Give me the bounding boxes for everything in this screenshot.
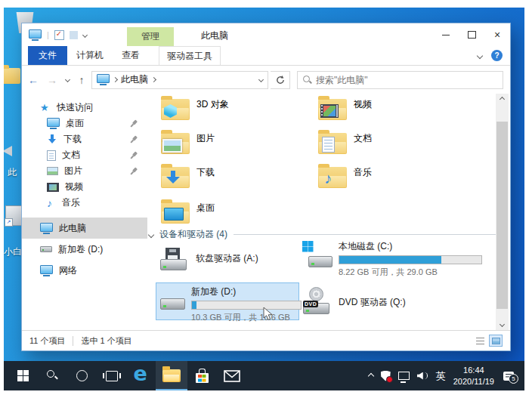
expand-ribbon-icon[interactable] — [477, 52, 483, 58]
drive-info: 本地磁盘 (C:)8.22 GB 可用，共 29.0 GB — [339, 240, 482, 278]
taskbar-search-button[interactable] — [38, 361, 67, 390]
drive-local-c[interactable]: 本地磁盘 (C:)8.22 GB 可用，共 29.0 GB — [302, 240, 482, 278]
computer-icon[interactable] — [29, 29, 42, 39]
drive-body-icon — [160, 298, 185, 310]
desktop-shortcut-icon[interactable]: ↗ — [5, 205, 23, 226]
recent-locations-chevron-icon[interactable] — [63, 71, 72, 89]
large-icons-view-button[interactable] — [489, 335, 503, 347]
taskbar-start-button[interactable] — [8, 361, 38, 390]
taskbar-mail-button[interactable] — [217, 361, 246, 390]
checkbox-icon[interactable] — [54, 30, 64, 40]
volume-tray-button[interactable] — [417, 372, 428, 381]
clock-time: 16:44 — [453, 365, 494, 375]
folder-videos[interactable]: 视频 — [318, 95, 469, 125]
sidebar-item-pictures[interactable]: 图片 — [22, 163, 147, 179]
vertical-scrollbar[interactable] — [496, 94, 509, 330]
taskbar-cortana-button[interactable] — [67, 361, 97, 390]
status-bar: 11 个项目 选中 1 个项目 — [22, 330, 510, 350]
breadcrumb[interactable]: 此电脑 — [121, 73, 148, 86]
scrollbar-thumb[interactable] — [496, 122, 508, 309]
action-center-button[interactable]: 5 — [503, 372, 514, 381]
blank-icon[interactable] — [70, 31, 78, 39]
sidebar-item-documents[interactable]: 文档 — [22, 147, 147, 163]
sidebar-item-downloads[interactable]: 下载 — [22, 131, 147, 147]
system-drive-icon — [302, 240, 334, 269]
titlebar: | 管理 此电脑 × — [22, 23, 510, 46]
taskbar-edge-button[interactable] — [126, 361, 156, 390]
drive-new-volume-d[interactable]: 新加卷 (D:)10.3 GB 可用，共 10.6 GB — [156, 282, 299, 320]
downloads-overlay-icon — [165, 171, 181, 186]
help-icon[interactable]: ? — [491, 50, 503, 61]
chevron-down-icon[interactable] — [82, 32, 88, 37]
forward-button[interactable]: → — [44, 71, 60, 89]
sidebar-item-music[interactable]: 音乐 — [22, 195, 147, 211]
system-tray: 英 16:44 2020/11/19 5 — [369, 361, 524, 390]
folder-pictures[interactable]: 图片 — [161, 129, 312, 159]
breadcrumb-chevron-icon[interactable] — [113, 77, 118, 82]
search-box[interactable] — [297, 71, 503, 89]
input-language-indicator[interactable]: 英 — [436, 369, 446, 383]
divider: | — [47, 30, 49, 39]
sidebar-item-new-volume-d[interactable]: 新加卷 (D:) — [22, 239, 147, 260]
network-tray-button[interactable] — [398, 372, 410, 380]
clock[interactable]: 16:44 2020/11/19 — [453, 365, 494, 387]
address-dropdown-icon[interactable] — [258, 77, 264, 82]
desktop-folder-icon[interactable] — [4, 68, 20, 84]
sidebar-item-quick-access[interactable]: 快速访问 — [22, 100, 147, 116]
sidebar-item-network[interactable]: 网络 — [22, 260, 147, 281]
close-button[interactable]: × — [484, 23, 510, 46]
sidebar-item-desktop[interactable]: 桌面 — [22, 116, 147, 131]
group-header[interactable]: 设备和驱动器 (4) — [149, 228, 504, 241]
sidebar: 快速访问桌面下载文档图片视频音乐此电脑新加卷 (D:)网络 — [22, 94, 147, 330]
folder-3d-objects[interactable]: 3D 对象 — [161, 95, 312, 125]
sidebar-item-videos[interactable]: 视频 — [22, 179, 147, 195]
drive-floppy-a[interactable]: 软盘驱动器 (A:) — [159, 243, 258, 272]
scroll-down-button[interactable] — [496, 319, 509, 330]
folder-documents[interactable]: 文档 — [318, 129, 469, 159]
tray-overflow-button[interactable] — [369, 374, 373, 378]
details-view-button[interactable] — [473, 335, 487, 347]
minimize-icon — [442, 35, 450, 35]
group-header-label: 设备和驱动器 (4) — [159, 228, 227, 241]
cortana-icon — [76, 370, 88, 381]
address-bar[interactable]: 此电脑 — [91, 71, 268, 89]
search-icon — [47, 370, 58, 381]
refresh-button[interactable] — [271, 71, 290, 89]
computer-icon — [40, 223, 53, 232]
collapse-group-icon[interactable] — [148, 231, 154, 237]
ribbon-tab-file[interactable]: 文件 — [28, 46, 67, 65]
scroll-up-button[interactable] — [496, 94, 509, 105]
up-button[interactable]: ↑ — [74, 71, 89, 89]
ribbon-tab-drive-tools[interactable]: 驱动器工具 — [159, 46, 221, 65]
breadcrumb-chevron-icon[interactable] — [151, 77, 156, 82]
3d-objects-overlay-icon — [164, 104, 177, 118]
video-icon — [47, 183, 59, 192]
folder-label: 文档 — [354, 132, 372, 159]
back-button[interactable]: ← — [25, 71, 42, 89]
sidebar-item-this-pc[interactable]: 此电脑 — [22, 218, 147, 239]
close-icon: × — [494, 29, 500, 41]
details-view-icon — [476, 338, 484, 344]
folder-music[interactable]: 音乐 — [318, 163, 469, 193]
folder-downloads[interactable]: 下载 — [161, 163, 312, 193]
minimize-button[interactable] — [433, 23, 459, 46]
ribbon-tab-computer[interactable]: 计算机 — [67, 46, 113, 65]
taskbar-task-view-button[interactable] — [97, 361, 126, 390]
clock-date: 2020/11/19 — [453, 376, 494, 387]
search-input[interactable] — [316, 75, 497, 85]
music-icon — [47, 198, 56, 208]
taskbar-store-button[interactable] — [187, 361, 217, 390]
taskbar-file-explorer-button[interactable] — [156, 361, 187, 390]
folder-desktop[interactable]: 桌面 — [161, 199, 312, 229]
dvd-badge: DVD — [303, 301, 318, 307]
maximize-button[interactable] — [459, 23, 484, 46]
security-tray-button[interactable] — [381, 371, 391, 381]
desktop-icon-label: 此 — [8, 166, 22, 179]
ribbon-tab-view[interactable]: 查看 — [113, 46, 149, 65]
dvd-drive-icon: DVD — [302, 287, 334, 316]
drive-dvd-q[interactable]: DVDDVD 驱动器 (Q:) — [302, 287, 406, 316]
mail-icon — [224, 370, 240, 382]
drive-info: 软盘驱动器 (A:) — [196, 243, 258, 265]
folder-label: 视频 — [354, 98, 372, 125]
drive-info: 新加卷 (D:)10.3 GB 可用，共 10.6 GB — [191, 285, 295, 323]
